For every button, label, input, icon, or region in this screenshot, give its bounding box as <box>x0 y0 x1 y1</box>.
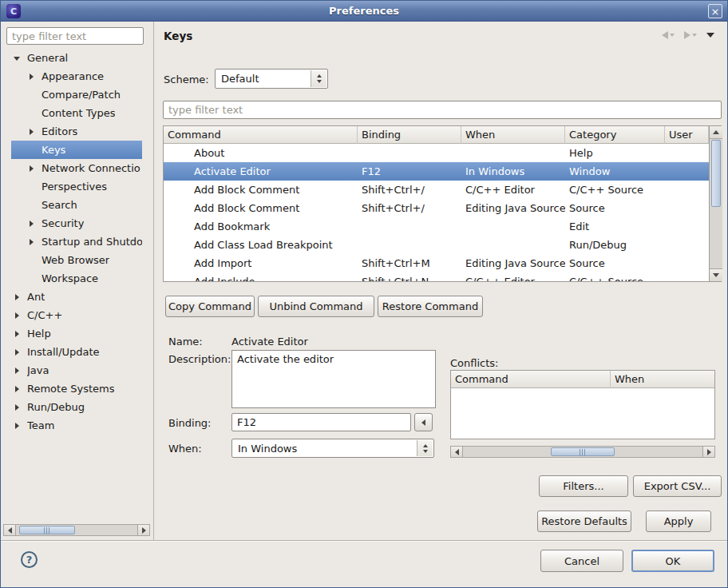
expand-arrow-icon[interactable] <box>13 329 22 339</box>
tree-indent-spacer <box>27 145 37 155</box>
dialog-footer: ? Cancel OK <box>1 540 727 587</box>
sidebar-item-team[interactable]: Team <box>11 416 142 435</box>
table-row[interactable]: Add Block CommentShift+Ctrl+/Editing Jav… <box>164 199 709 217</box>
sidebar-item-label: Perspectives <box>42 181 107 193</box>
combo-spinner-icon[interactable] <box>417 440 433 456</box>
help-icon[interactable]: ? <box>21 551 38 568</box>
table-row[interactable]: Add ImportShift+Ctrl+MEditing Java Sourc… <box>164 254 709 272</box>
cell-user <box>665 162 709 181</box>
binding-field[interactable] <box>231 413 411 431</box>
column-header-when[interactable]: When <box>461 126 565 144</box>
scrollbar-track[interactable] <box>463 447 702 457</box>
sidebar-item-web-browser[interactable]: Web Browser <box>11 251 142 269</box>
sidebar-item-ant[interactable]: Ant <box>11 288 142 306</box>
close-icon[interactable]: × <box>708 4 722 18</box>
column-header-category[interactable]: Category <box>565 126 665 144</box>
column-header-binding[interactable]: Binding <box>358 126 461 144</box>
grip-icon <box>580 449 587 455</box>
sidebar-item-run-debug[interactable]: Run/Debug <box>11 398 142 416</box>
sidebar-item-help[interactable]: Help <box>11 324 142 343</box>
sidebar-item-java[interactable]: Java <box>11 361 142 379</box>
scheme-combo[interactable]: Default <box>215 69 328 89</box>
expand-arrow-icon[interactable] <box>13 311 22 320</box>
copy-command-button[interactable]: Copy Command <box>165 296 255 317</box>
binding-capture-button[interactable] <box>414 413 433 431</box>
table-row[interactable]: Add Block CommentShift+Ctrl+/C/C++ Edito… <box>164 181 709 199</box>
cell-category: Source <box>565 199 665 217</box>
sidebar-item-editors[interactable]: Editors <box>11 122 142 141</box>
expand-arrow-icon[interactable] <box>13 403 22 412</box>
filters-button[interactable]: Filters... <box>539 475 628 497</box>
titlebar[interactable]: C Preferences × <box>1 1 727 22</box>
sidebar-item-appearance[interactable]: Appearance <box>11 67 142 85</box>
cell-binding: Shift+Ctrl+M <box>358 254 461 272</box>
expand-arrow-icon[interactable] <box>27 164 37 173</box>
sidebar-item-perspectives[interactable]: Perspectives <box>11 177 142 196</box>
expand-arrow-icon[interactable] <box>13 421 22 431</box>
sidebar-item-workspace[interactable]: Workspace <box>11 269 142 288</box>
preferences-sidebar: GeneralAppearanceCompare/PatchContent Ty… <box>1 22 154 540</box>
sidebar-item-general[interactable]: General <box>11 49 142 67</box>
table-row[interactable]: Add Class Load BreakpointRun/Debug <box>164 236 709 254</box>
table-vertical-scrollbar[interactable] <box>709 126 722 281</box>
cell-user <box>665 144 709 162</box>
sidebar-item-content-types[interactable]: Content Types <box>11 104 142 122</box>
scroll-up-icon[interactable] <box>710 126 722 139</box>
apply-button[interactable]: Apply <box>646 511 711 532</box>
scrollbar-thumb[interactable] <box>19 526 75 534</box>
scrollbar-thumb[interactable] <box>551 447 615 456</box>
sidebar-item-keys[interactable]: Keys <box>11 141 142 159</box>
scroll-right-icon[interactable] <box>137 525 149 535</box>
sidebar-filter-input[interactable] <box>6 27 144 45</box>
expand-arrow-icon[interactable] <box>27 72 37 81</box>
cell-binding: F12 <box>358 162 461 181</box>
table-row[interactable]: AboutHelp <box>164 144 709 162</box>
expand-arrow-icon[interactable] <box>13 384 22 394</box>
expand-arrow-icon[interactable] <box>13 366 22 375</box>
conflicts-column-when[interactable]: When <box>611 371 714 388</box>
expand-arrow-icon[interactable] <box>27 237 37 247</box>
scroll-left-icon[interactable] <box>4 525 16 535</box>
table-row[interactable]: Add IncludeShift+Ctrl+NC/C++ EditorC/C++… <box>164 272 709 281</box>
sidebar-item-install-update[interactable]: Install/Update <box>11 343 142 361</box>
command-filter-input[interactable] <box>163 101 722 119</box>
export-csv-button[interactable]: Export CSV... <box>633 475 722 497</box>
forward-button[interactable] <box>684 31 697 39</box>
sidebar-item-compare-patch[interactable]: Compare/Patch <box>11 85 142 104</box>
scroll-down-icon[interactable] <box>710 268 722 281</box>
sidebar-item-remote-systems[interactable]: Remote Systems <box>11 379 142 398</box>
expand-arrow-icon[interactable] <box>13 292 22 302</box>
scrollbar-track[interactable] <box>16 525 137 535</box>
sidebar-horizontal-scrollbar[interactable] <box>3 524 150 536</box>
sidebar-item-startup-and-shutdo[interactable]: Startup and Shutdo <box>11 232 142 251</box>
sidebar-item-c-c[interactable]: C/C++ <box>11 306 142 324</box>
expand-arrow-icon[interactable] <box>27 127 37 137</box>
description-field[interactable]: Activate the editor <box>231 350 436 408</box>
scroll-right-icon[interactable] <box>702 447 714 457</box>
table-row[interactable]: Activate EditorF12In WindowsWindow <box>164 162 709 181</box>
expand-arrow-icon[interactable] <box>13 348 22 357</box>
sidebar-item-network-connectio[interactable]: Network Connectio <box>11 159 142 177</box>
view-menu-icon[interactable] <box>706 33 714 38</box>
sidebar-item-search[interactable]: Search <box>11 196 142 214</box>
conflicts-header: Command When <box>451 371 714 388</box>
ok-button[interactable]: OK <box>631 550 714 572</box>
unbind-command-button[interactable]: Unbind Command <box>258 296 374 317</box>
combo-spinner-icon[interactable] <box>311 70 326 87</box>
restore-command-button[interactable]: Restore Command <box>378 296 483 317</box>
when-combo[interactable]: In Windows <box>231 439 434 458</box>
collapse-arrow-icon[interactable] <box>13 54 22 63</box>
conflicts-horizontal-scrollbar[interactable] <box>450 446 715 458</box>
scroll-left-icon[interactable] <box>451 447 463 457</box>
sidebar-item-security[interactable]: Security <box>11 214 142 232</box>
conflicts-column-command[interactable]: Command <box>451 371 611 388</box>
sidebar-item-label: Content Types <box>42 107 115 119</box>
table-row[interactable]: Add BookmarkEdit <box>164 217 709 236</box>
restore-defaults-button[interactable]: Restore Defaults <box>537 511 631 532</box>
cancel-button[interactable]: Cancel <box>540 550 623 572</box>
column-header-user[interactable]: User <box>665 126 709 144</box>
column-header-command[interactable]: Command <box>164 126 358 144</box>
expand-arrow-icon[interactable] <box>27 219 37 228</box>
back-button[interactable] <box>662 31 675 39</box>
scrollbar-thumb[interactable] <box>711 140 721 207</box>
